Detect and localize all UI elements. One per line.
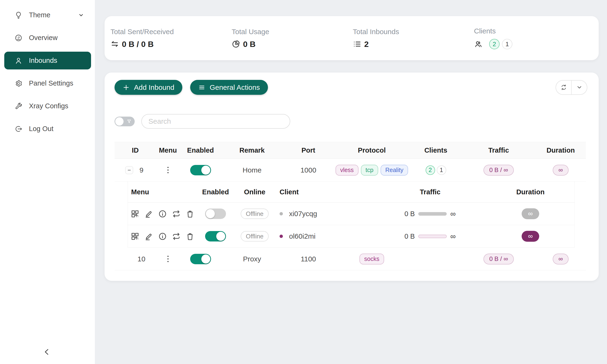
sidebar-item-xray-configs[interactable]: Xray Configs bbox=[4, 97, 91, 115]
duration-pill[interactable]: ∞ bbox=[553, 165, 568, 176]
refresh-icon bbox=[561, 84, 567, 91]
refresh-button[interactable] bbox=[556, 80, 571, 94]
people-icon bbox=[474, 40, 483, 48]
stats-card: Total Sent/Received 0 B / 0 B Total Usag… bbox=[105, 16, 599, 60]
sidebar-item-inbounds[interactable]: Inbounds bbox=[4, 52, 91, 69]
info-icon[interactable] bbox=[158, 209, 167, 218]
sidebar-item-label: Inbounds bbox=[29, 57, 57, 65]
enabled-toggle[interactable] bbox=[190, 165, 211, 175]
inbound-row-10: 10 Proxy 1100 socks 0 B / ∞ ∞ bbox=[115, 248, 586, 270]
clients-deactivated-badge: 1 bbox=[502, 39, 512, 49]
inbound-id: 9 bbox=[138, 166, 145, 174]
sidebar-item-label: Xray Configs bbox=[29, 102, 68, 110]
reset-traffic-icon[interactable] bbox=[172, 232, 181, 241]
chevron-left-icon bbox=[42, 347, 52, 356]
client-traffic-used: 0 B bbox=[405, 233, 415, 240]
inbound-port: 1100 bbox=[283, 255, 334, 263]
traffic-progress-bar bbox=[418, 212, 447, 216]
sidebar-item-label: Theme bbox=[29, 11, 50, 19]
col-header-clients: Clients bbox=[410, 146, 462, 154]
sidebar-menu: Theme Overview Inbounds bbox=[0, 0, 95, 138]
enabled-toggle[interactable] bbox=[190, 254, 211, 264]
chevron-down-icon bbox=[78, 12, 84, 18]
col-header-protocol: Protocol bbox=[334, 146, 410, 154]
inbounds-toolbar: Add Inbound General Actions bbox=[115, 80, 587, 95]
search-input[interactable] bbox=[141, 114, 290, 129]
client-status-dot bbox=[279, 234, 283, 238]
lightbulb-icon bbox=[14, 11, 23, 19]
subcol-header-duration: Duration bbox=[486, 188, 575, 196]
client-traffic-used: 0 B bbox=[405, 210, 415, 218]
info-icon[interactable] bbox=[158, 232, 167, 241]
stat-value: 0 B bbox=[243, 39, 256, 49]
sidebar-collapse-button[interactable] bbox=[42, 347, 52, 356]
add-inbound-label: Add Inbound bbox=[134, 83, 174, 91]
stat-total-inbounds: Total Inbounds 2 bbox=[353, 16, 474, 60]
collapse-row-button[interactable] bbox=[125, 166, 133, 174]
hamburger-icon bbox=[198, 84, 205, 91]
client-name: ol60i2mi bbox=[289, 232, 316, 240]
client-subtable: Menu Enabled Online Client Traffic Durat… bbox=[128, 182, 575, 248]
sidebar: Theme Overview Inbounds bbox=[0, 0, 95, 364]
sidebar-item-theme[interactable]: Theme bbox=[4, 6, 91, 24]
traffic-pill[interactable]: 0 B / ∞ bbox=[484, 165, 514, 176]
client-traffic-limit: ∞ bbox=[450, 232, 456, 241]
inbound-remark: Home bbox=[221, 166, 283, 174]
sidebar-item-log-out[interactable]: Log Out bbox=[4, 120, 91, 138]
protocol-tag-socks: socks bbox=[359, 254, 384, 264]
qr-code-icon[interactable] bbox=[131, 232, 139, 241]
client-enabled-toggle[interactable] bbox=[205, 231, 226, 242]
client-row-ol60i2mi: Offline ol60i2mi 0 B ∞ ∞ bbox=[128, 225, 575, 248]
chevron-down-icon bbox=[576, 84, 582, 91]
subcol-header-online: Online bbox=[235, 188, 275, 196]
stat-value: 2 bbox=[364, 39, 369, 49]
user-icon bbox=[14, 57, 23, 65]
general-actions-button[interactable]: General Actions bbox=[190, 80, 268, 95]
search-row bbox=[115, 114, 290, 129]
protocol-tag-tcp: tcp bbox=[361, 165, 378, 176]
dashboard-icon bbox=[14, 34, 23, 42]
filter-toggle[interactable] bbox=[115, 117, 135, 126]
traffic-pill[interactable]: 0 B / ∞ bbox=[484, 254, 514, 264]
col-header-duration: Duration bbox=[535, 146, 586, 154]
protocol-tag-vless: vless bbox=[335, 165, 358, 176]
row-clients-gray-badge: 1 bbox=[437, 165, 446, 175]
client-enabled-toggle[interactable] bbox=[205, 208, 226, 219]
row-menu-button[interactable] bbox=[166, 254, 170, 263]
toolbar-dropdown-button[interactable] bbox=[571, 80, 587, 94]
subcol-header-client: Client bbox=[275, 188, 374, 196]
protocol-tag-reality: Reality bbox=[381, 165, 408, 176]
stat-label: Total Inbounds bbox=[353, 28, 474, 36]
reset-traffic-icon[interactable] bbox=[172, 209, 181, 218]
client-duration-pill[interactable]: ∞ bbox=[522, 231, 539, 242]
client-duration-pill[interactable]: ∞ bbox=[522, 208, 539, 219]
online-status-badge: Offline bbox=[241, 231, 269, 242]
online-status-badge: Offline bbox=[241, 208, 269, 219]
sidebar-item-panel-settings[interactable]: Panel Settings bbox=[4, 74, 91, 92]
add-inbound-button[interactable]: Add Inbound bbox=[115, 80, 182, 95]
duration-pill[interactable]: ∞ bbox=[553, 254, 568, 264]
delete-icon[interactable] bbox=[186, 232, 194, 241]
stat-total-usage: Total Usage 0 B bbox=[232, 16, 353, 60]
col-header-traffic: Traffic bbox=[462, 146, 535, 154]
refresh-split-button bbox=[555, 80, 587, 95]
client-name: xi07ycqg bbox=[289, 210, 317, 218]
inbounds-card: Add Inbound General Actions bbox=[105, 73, 599, 281]
qr-code-icon[interactable] bbox=[131, 209, 139, 218]
col-header-remark: Remark bbox=[221, 146, 283, 154]
delete-icon[interactable] bbox=[186, 209, 194, 218]
row-menu-button[interactable] bbox=[166, 165, 170, 175]
sidebar-item-label: Overview bbox=[29, 34, 58, 42]
stat-clients: Clients 2 1 bbox=[474, 16, 595, 60]
edit-icon[interactable] bbox=[145, 232, 153, 241]
sidebar-item-overview[interactable]: Overview bbox=[4, 29, 91, 47]
stat-label: Clients bbox=[474, 27, 595, 35]
inbound-remark: Proxy bbox=[221, 255, 283, 263]
plus-icon bbox=[123, 84, 130, 91]
inbound-id: 10 bbox=[138, 255, 145, 263]
subcol-header-menu: Menu bbox=[128, 188, 197, 196]
clients-online-badge: 2 bbox=[489, 39, 500, 49]
client-status-dot bbox=[279, 212, 283, 215]
client-row-xi07ycqg: Offline xi07ycqg 0 B ∞ ∞ bbox=[128, 203, 575, 225]
edit-icon[interactable] bbox=[145, 209, 153, 218]
